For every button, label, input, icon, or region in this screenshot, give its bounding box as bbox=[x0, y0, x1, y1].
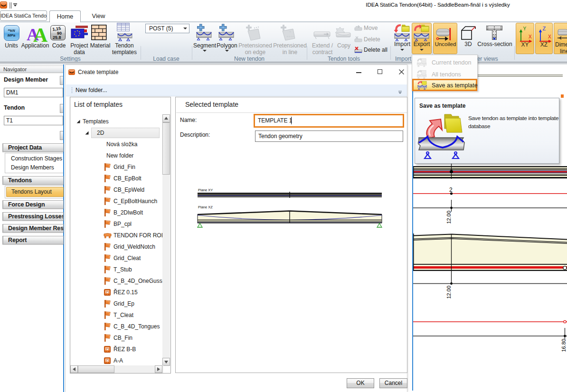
svg-text:MPa: MPa bbox=[8, 33, 16, 37]
svg-text:A: A bbox=[33, 24, 48, 46]
svg-text:25.8: 25.8 bbox=[53, 35, 61, 40]
svg-text:16.80: 16.80 bbox=[561, 339, 567, 352]
svg-text:X: X bbox=[548, 34, 551, 39]
svg-text:ᵐkN: ᵐkN bbox=[8, 28, 15, 33]
svg-text:2: 2 bbox=[449, 187, 453, 193]
svg-text:12.00: 12.00 bbox=[446, 211, 452, 224]
svg-text:Plane XY: Plane XY bbox=[198, 188, 213, 192]
svg-text:Y: Y bbox=[523, 26, 527, 31]
svg-text:X: X bbox=[529, 34, 532, 39]
svg-text:Z: Z bbox=[543, 26, 546, 31]
svg-text:12.00: 12.00 bbox=[446, 286, 452, 299]
svg-text:Plane XZ: Plane XZ bbox=[198, 205, 213, 209]
